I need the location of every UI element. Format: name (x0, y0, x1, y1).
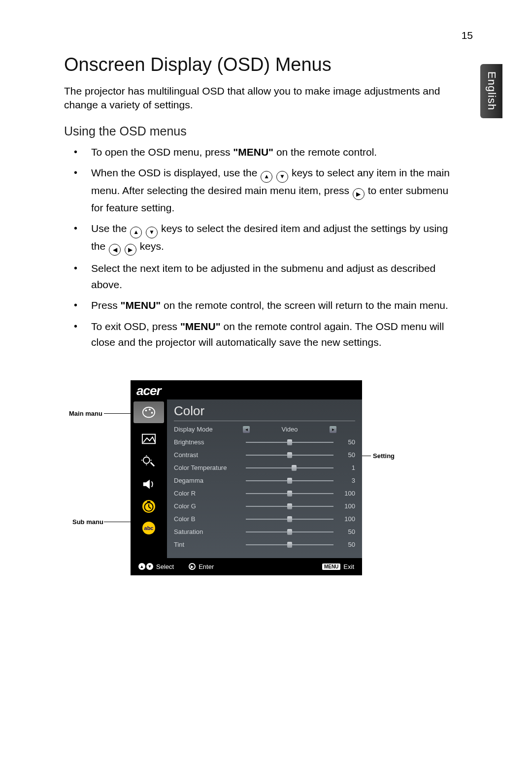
text: Press (91, 299, 121, 311)
slider-track[interactable] (246, 519, 333, 520)
osd-row-label: Contrast (174, 451, 243, 459)
slider-control[interactable] (243, 544, 336, 545)
osd-row[interactable]: Color G100 (174, 500, 355, 513)
slider-value: 100 (336, 515, 355, 523)
brand-logo: acer (136, 383, 161, 398)
callout-main-menu: Main manu (69, 410, 102, 417)
slider-track[interactable] (246, 544, 333, 545)
slider-thumb[interactable] (287, 542, 292, 548)
text: Use the (91, 223, 130, 234)
bullet-item: When the OSD is displayed, use the ▲ ▼ k… (64, 165, 453, 216)
slider-control[interactable] (243, 531, 336, 532)
page-number: 15 (462, 30, 473, 41)
footer-exit: MENU Exit (322, 563, 354, 570)
slider-control[interactable] (243, 506, 336, 507)
slider-value: 50 (336, 451, 355, 459)
slider-track[interactable] (246, 506, 333, 507)
left-arrow-icon[interactable]: ◂ (243, 426, 250, 433)
osd-sidebar: abc (131, 399, 167, 558)
down-key-icon: ▼ (146, 227, 158, 238)
callout-setting: Setting (373, 452, 395, 460)
slider-value: 50 (336, 438, 355, 446)
text: To exit OSD, press (91, 321, 180, 332)
osd-row-label: Brightness (174, 438, 243, 446)
bullet-item: Select the next item to be adjusted in t… (64, 261, 453, 293)
svg-point-1 (145, 409, 147, 411)
bullet-item: To open the OSD menu, press "MENU" on th… (64, 144, 453, 161)
slider-thumb[interactable] (292, 465, 297, 471)
slider-track[interactable] (246, 455, 333, 456)
language-tab-label: English (485, 71, 498, 110)
menu-key: "MENU" (121, 299, 161, 311)
osd-row-label: Color R (174, 490, 243, 497)
osd-row[interactable]: Display Mode◂Video▸ (174, 423, 355, 436)
image-icon[interactable] (140, 432, 157, 446)
slider-value: 50 (336, 541, 355, 548)
bullet-item: To exit OSD, press "MENU" on the remote … (64, 319, 453, 351)
slider-control[interactable] (243, 442, 336, 443)
text: To open the OSD menu, press (91, 146, 233, 158)
management-icon[interactable] (140, 455, 157, 468)
slider-control[interactable] (243, 493, 336, 494)
osd-footer: ▲▼ Select ▶ Enter MENU Exit (131, 558, 362, 575)
slider-control[interactable] (243, 455, 336, 456)
slider-thumb[interactable] (287, 516, 292, 522)
slider-thumb[interactable] (287, 491, 292, 497)
osd-row[interactable]: Degamma3 (174, 474, 355, 487)
option-value: Video (250, 426, 330, 433)
svg-point-2 (149, 408, 151, 410)
osd-row[interactable]: Saturation50 (174, 526, 355, 538)
page-title: Onscreen Display (OSD) Menus (64, 54, 483, 75)
slider-thumb[interactable] (287, 452, 292, 458)
osd-main-panel: Color Display Mode◂Video▸Brightness50Con… (167, 399, 362, 558)
svg-rect-7 (147, 501, 151, 502)
up-key-icon: ▲ (130, 227, 142, 238)
footer-exit-label: Exit (343, 563, 354, 570)
slider-control[interactable] (243, 467, 336, 468)
slider-control[interactable] (243, 519, 336, 520)
updown-icon: ▲▼ (138, 563, 153, 570)
osd-row[interactable]: Color R100 (174, 487, 355, 500)
instruction-list: To open the OSD menu, press "MENU" on th… (64, 144, 453, 351)
slider-thumb[interactable] (287, 478, 292, 484)
osd-row-label: Tint (174, 541, 243, 548)
audio-icon[interactable] (140, 477, 157, 491)
slider-thumb[interactable] (287, 439, 292, 445)
osd-menu-title: Color (174, 403, 355, 421)
slider-track[interactable] (246, 467, 333, 468)
right-arrow-icon[interactable]: ▸ (330, 426, 336, 433)
slider-track[interactable] (246, 480, 333, 481)
right-key-icon: ▶ (125, 244, 136, 256)
left-key-icon: ◀ (109, 244, 121, 256)
slider-track[interactable] (246, 442, 333, 443)
osd-row-label: Degamma (174, 477, 243, 484)
slider-thumb[interactable] (287, 503, 292, 509)
slider-track[interactable] (246, 493, 333, 494)
slider-track[interactable] (246, 531, 333, 532)
slider-value: 3 (336, 477, 355, 484)
language-tab: English (480, 64, 502, 118)
osd-row[interactable]: Brightness50 (174, 436, 355, 449)
sidebar-tab-color[interactable] (133, 401, 164, 423)
osd-row[interactable]: Color Temperature1 (174, 462, 355, 474)
intro-text: The projector has multilingual OSD that … (64, 84, 448, 112)
footer-enter: ▶ Enter (189, 563, 214, 570)
osd-row[interactable]: Color B100 (174, 513, 355, 526)
right-key-icon: ▶ (353, 188, 365, 200)
text: When the OSD is displayed, use the (91, 167, 260, 178)
slider-thumb[interactable] (287, 529, 292, 535)
osd-row-label: Display Mode (174, 426, 243, 433)
menu-key: "MENU" (180, 321, 221, 332)
menu-pill: MENU (322, 564, 340, 570)
osd-row[interactable]: Contrast50 (174, 449, 355, 462)
section-subtitle: Using the OSD menus (64, 124, 483, 138)
footer-select: ▲▼ Select (138, 563, 174, 570)
timer-icon[interactable] (142, 500, 155, 513)
slider-control[interactable] (243, 480, 336, 481)
svg-point-3 (151, 412, 153, 414)
osd-row[interactable]: Tint50 (174, 538, 355, 551)
option-control[interactable]: ◂Video▸ (243, 426, 336, 433)
language-icon[interactable]: abc (142, 522, 155, 534)
menu-key: "MENU" (233, 146, 273, 158)
footer-select-label: Select (156, 563, 174, 570)
